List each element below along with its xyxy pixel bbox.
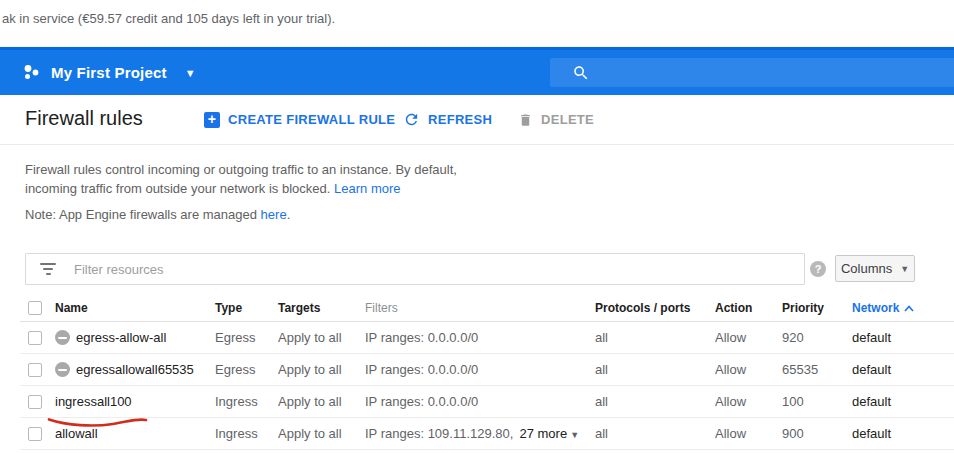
column-header-network[interactable]: Network: [852, 301, 954, 315]
trash-icon: [518, 112, 533, 128]
header-checkbox-cell: [20, 301, 50, 315]
rule-name: allowall: [55, 426, 98, 441]
cell-type: Ingress: [215, 394, 278, 409]
cell-network[interactable]: default: [852, 362, 954, 377]
cell-name[interactable]: ingressall100: [50, 394, 215, 409]
cell-filters: IP ranges: 109.11.129.80,27 more▼: [365, 426, 595, 441]
note-period: .: [287, 207, 291, 222]
column-header-targets[interactable]: Targets: [278, 301, 365, 315]
cell-network[interactable]: default: [852, 426, 954, 441]
project-icon: [22, 63, 41, 82]
rule-name: ingressall100: [55, 394, 132, 409]
page-description: Firewall rules control incoming or outgo…: [25, 160, 457, 198]
main-content: Firewall rules control incoming or outgo…: [0, 145, 954, 454]
search-icon: [572, 64, 590, 82]
firewall-rules-table: Name Type Targets Filters Protocols / po…: [20, 295, 954, 450]
chevron-down-icon: ▼: [570, 430, 579, 440]
select-all-checkbox[interactable]: [28, 301, 42, 315]
cell-priority: 65535: [782, 362, 852, 377]
table-row: allowall Ingress Apply to all IP ranges:…: [20, 418, 954, 450]
column-header-type[interactable]: Type: [215, 301, 278, 315]
help-icon[interactable]: ?: [810, 261, 826, 277]
cell-type: Ingress: [215, 426, 278, 441]
filter-resources-box[interactable]: [25, 253, 805, 285]
cell-priority: 100: [782, 394, 852, 409]
note-text: Note: App Engine firewalls are managed: [25, 207, 261, 222]
egress-minus-icon: [55, 330, 70, 345]
table-row: egress-allow-all Egress Apply to all IP …: [20, 322, 954, 354]
trial-banner-text: ak in service (€59.57 credit and 105 day…: [2, 11, 335, 26]
trial-banner: ak in service (€59.57 credit and 105 day…: [0, 0, 954, 47]
cell-filters: IP ranges: 0.0.0.0/0: [365, 394, 595, 409]
cell-name[interactable]: egress-allow-all: [50, 330, 215, 345]
egress-minus-icon: [55, 362, 70, 377]
cell-filters: IP ranges: 0.0.0.0/0: [365, 362, 595, 377]
cell-action: Allow: [715, 330, 782, 345]
cell-action: Allow: [715, 426, 782, 441]
cell-priority: 920: [782, 330, 852, 345]
refresh-button[interactable]: REFRESH: [403, 95, 492, 144]
cell-action: Allow: [715, 394, 782, 409]
table-row: ingressall100 Ingress Apply to all IP ra…: [20, 386, 954, 418]
row-checkbox-cell: [20, 427, 50, 441]
row-checkbox-cell: [20, 395, 50, 409]
cell-protocols: all: [595, 426, 715, 441]
refresh-icon: [403, 111, 420, 128]
delete-label: DELETE: [541, 112, 594, 127]
page-toolbar: Firewall rules + CREATE FIREWALL RULE RE…: [0, 95, 954, 145]
cell-priority: 900: [782, 426, 852, 441]
description-line2: incoming traffic from outside your netwo…: [25, 181, 334, 196]
row-checkbox[interactable]: [28, 427, 42, 441]
column-header-action[interactable]: Action: [715, 301, 782, 315]
plus-icon: +: [204, 112, 220, 128]
cell-name[interactable]: egressallowall65535: [50, 362, 215, 377]
cell-type: Egress: [215, 362, 278, 377]
row-checkbox-cell: [20, 363, 50, 377]
here-link[interactable]: here: [261, 207, 287, 222]
row-checkbox[interactable]: [28, 363, 42, 377]
app-header: My First Project ▼: [0, 47, 954, 95]
cell-filters: IP ranges: 0.0.0.0/0: [365, 330, 595, 345]
refresh-label: REFRESH: [428, 112, 492, 127]
table-row: egressallowall65535 Egress Apply to all …: [20, 354, 954, 386]
delete-button[interactable]: DELETE: [518, 95, 594, 144]
column-header-priority[interactable]: Priority: [782, 301, 852, 315]
cell-targets: Apply to all: [278, 362, 365, 377]
column-header-protocols[interactable]: Protocols / ports: [595, 301, 715, 315]
cell-targets: Apply to all: [278, 394, 365, 409]
cell-targets: Apply to all: [278, 330, 365, 345]
filter-icon: [40, 263, 56, 275]
cell-protocols: all: [595, 330, 715, 345]
cell-action: Allow: [715, 362, 782, 377]
project-name: My First Project: [51, 64, 167, 81]
sort-ascending-icon: [904, 305, 914, 312]
cell-protocols: all: [595, 362, 715, 377]
columns-dropdown-button[interactable]: Columns ▼: [835, 255, 915, 282]
cell-name[interactable]: allowall: [50, 426, 215, 441]
more-ips-label: 27 more: [519, 426, 567, 441]
network-header-label: Network: [852, 301, 899, 315]
header-search-bar[interactable]: [550, 58, 954, 87]
column-header-filters: Filters: [365, 301, 595, 315]
filter-resources-input[interactable]: [74, 262, 804, 277]
rule-name: egress-allow-all: [76, 330, 166, 345]
cell-type: Egress: [215, 330, 278, 345]
cell-network[interactable]: default: [852, 330, 954, 345]
app-engine-note: Note: App Engine firewalls are managed h…: [25, 207, 290, 222]
row-checkbox[interactable]: [28, 331, 42, 345]
project-switcher[interactable]: My First Project ▼: [22, 50, 196, 95]
column-header-name[interactable]: Name: [50, 301, 215, 315]
more-ips-expander[interactable]: 27 more▼: [519, 426, 579, 441]
cell-targets: Apply to all: [278, 426, 365, 441]
create-firewall-rule-label: CREATE FIREWALL RULE: [228, 112, 395, 127]
cell-protocols: all: [595, 394, 715, 409]
chevron-down-icon: ▼: [900, 264, 909, 274]
filters-ip-text: IP ranges: 109.11.129.80,: [365, 426, 513, 441]
description-line1: Firewall rules control incoming or outgo…: [25, 162, 457, 177]
learn-more-link[interactable]: Learn more: [334, 181, 400, 196]
create-firewall-rule-button[interactable]: + CREATE FIREWALL RULE: [204, 95, 395, 144]
chevron-down-icon: ▼: [185, 67, 196, 79]
row-checkbox[interactable]: [28, 395, 42, 409]
cell-network[interactable]: default: [852, 394, 954, 409]
table-header-row: Name Type Targets Filters Protocols / po…: [20, 295, 954, 322]
